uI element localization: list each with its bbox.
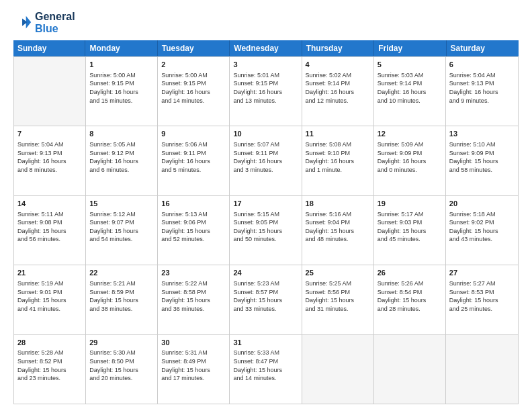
calendar-week: 1Sunrise: 5:00 AM Sunset: 9:15 PM Daylig… [14,56,518,126]
day-number: 18 [306,199,370,209]
day-number: 2 [161,60,226,70]
calendar-cell: 29Sunrise: 5:30 AM Sunset: 8:50 PM Dayli… [86,335,158,404]
cell-info: Sunrise: 5:00 AM Sunset: 9:15 PM Dayligh… [89,71,154,105]
day-number: 20 [449,199,515,209]
page: General Blue SundayMondayTuesdayWednesda… [0,0,532,411]
calendar-cell: 26Sunrise: 5:26 AM Sunset: 8:54 PM Dayli… [374,265,446,334]
cell-info: Sunrise: 5:02 AM Sunset: 9:14 PM Dayligh… [306,71,370,105]
day-number: 22 [89,268,154,278]
calendar-cell: 24Sunrise: 5:23 AM Sunset: 8:57 PM Dayli… [230,265,302,334]
logo-icon [13,13,32,32]
day-number: 10 [233,129,298,139]
day-number: 13 [449,129,515,139]
cell-info: Sunrise: 5:30 AM Sunset: 8:50 PM Dayligh… [89,349,154,382]
day-number: 11 [306,129,370,139]
day-number: 9 [161,129,226,139]
day-number: 26 [378,268,442,278]
day-number: 16 [161,199,226,209]
weekday-header: Monday [85,40,157,56]
weekday-header: Saturday [447,40,519,56]
weekday-header: Tuesday [158,40,230,56]
cell-info: Sunrise: 5:04 AM Sunset: 9:13 PM Dayligh… [449,71,515,105]
logo: General Blue [13,11,75,35]
day-number: 3 [233,60,298,70]
day-number: 8 [89,129,154,139]
calendar-cell: 1Sunrise: 5:00 AM Sunset: 9:15 PM Daylig… [86,57,158,126]
calendar-week: 14Sunrise: 5:11 AM Sunset: 9:08 PM Dayli… [14,195,518,265]
calendar-cell: 7Sunrise: 5:04 AM Sunset: 9:13 PM Daylig… [14,126,86,195]
calendar-cell [302,335,374,404]
calendar-cell: 19Sunrise: 5:17 AM Sunset: 9:03 PM Dayli… [374,196,446,265]
cell-info: Sunrise: 5:04 AM Sunset: 9:13 PM Dayligh… [17,140,82,174]
day-number: 31 [233,338,298,348]
calendar-cell: 15Sunrise: 5:12 AM Sunset: 9:07 PM Dayli… [86,196,158,265]
cell-info: Sunrise: 5:31 AM Sunset: 8:49 PM Dayligh… [161,349,226,382]
day-number: 25 [306,268,370,278]
calendar-cell [446,335,518,404]
calendar-cell: 18Sunrise: 5:16 AM Sunset: 9:04 PM Dayli… [302,196,374,265]
calendar-cell: 6Sunrise: 5:04 AM Sunset: 9:13 PM Daylig… [446,57,518,126]
calendar-cell: 16Sunrise: 5:13 AM Sunset: 9:06 PM Dayli… [158,196,230,265]
day-number: 19 [378,199,442,209]
day-number: 23 [161,268,226,278]
calendar-body: 1Sunrise: 5:00 AM Sunset: 9:15 PM Daylig… [13,56,519,404]
day-number: 12 [378,129,442,139]
cell-info: Sunrise: 5:26 AM Sunset: 8:54 PM Dayligh… [378,279,442,313]
cell-info: Sunrise: 5:22 AM Sunset: 8:58 PM Dayligh… [161,279,226,313]
cell-info: Sunrise: 5:08 AM Sunset: 9:10 PM Dayligh… [306,140,370,174]
day-number: 5 [378,60,442,70]
calendar-cell: 9Sunrise: 5:06 AM Sunset: 9:11 PM Daylig… [158,126,230,195]
calendar: SundayMondayTuesdayWednesdayThursdayFrid… [13,40,519,404]
cell-info: Sunrise: 5:18 AM Sunset: 9:02 PM Dayligh… [449,210,515,244]
cell-info: Sunrise: 5:28 AM Sunset: 8:52 PM Dayligh… [17,349,82,382]
day-number: 14 [17,199,82,209]
cell-info: Sunrise: 5:25 AM Sunset: 8:56 PM Dayligh… [306,279,370,313]
cell-info: Sunrise: 5:06 AM Sunset: 9:11 PM Dayligh… [161,140,226,174]
calendar-cell: 20Sunrise: 5:18 AM Sunset: 9:02 PM Dayli… [446,196,518,265]
calendar-cell: 22Sunrise: 5:21 AM Sunset: 8:59 PM Dayli… [86,265,158,334]
calendar-cell: 3Sunrise: 5:01 AM Sunset: 9:15 PM Daylig… [230,57,302,126]
day-number: 6 [449,60,515,70]
day-number: 17 [233,199,298,209]
calendar-cell: 27Sunrise: 5:27 AM Sunset: 8:53 PM Dayli… [446,265,518,334]
cell-info: Sunrise: 5:05 AM Sunset: 9:12 PM Dayligh… [89,140,154,174]
cell-info: Sunrise: 5:21 AM Sunset: 8:59 PM Dayligh… [89,279,154,313]
day-number: 28 [17,338,82,348]
calendar-cell: 31Sunrise: 5:33 AM Sunset: 8:47 PM Dayli… [230,335,302,404]
cell-info: Sunrise: 5:16 AM Sunset: 9:04 PM Dayligh… [306,210,370,244]
header: General Blue [13,11,519,35]
calendar-cell: 25Sunrise: 5:25 AM Sunset: 8:56 PM Dayli… [302,265,374,334]
cell-info: Sunrise: 5:15 AM Sunset: 9:05 PM Dayligh… [233,210,298,244]
calendar-week: 21Sunrise: 5:19 AM Sunset: 9:01 PM Dayli… [14,265,518,334]
cell-info: Sunrise: 5:11 AM Sunset: 9:08 PM Dayligh… [17,210,82,244]
day-number: 15 [89,199,154,209]
calendar-cell: 17Sunrise: 5:15 AM Sunset: 9:05 PM Dayli… [230,196,302,265]
weekday-header: Wednesday [230,40,302,56]
cell-info: Sunrise: 5:07 AM Sunset: 9:11 PM Dayligh… [233,140,298,174]
calendar-cell: 12Sunrise: 5:09 AM Sunset: 9:09 PM Dayli… [374,126,446,195]
cell-info: Sunrise: 5:00 AM Sunset: 9:15 PM Dayligh… [161,71,226,105]
day-number: 21 [17,268,82,278]
day-number: 7 [17,129,82,139]
day-number: 27 [449,268,515,278]
logo-text: General Blue [35,11,75,35]
weekday-header: Sunday [13,40,85,56]
calendar-cell: 13Sunrise: 5:10 AM Sunset: 9:09 PM Dayli… [446,126,518,195]
calendar-cell: 4Sunrise: 5:02 AM Sunset: 9:14 PM Daylig… [302,57,374,126]
cell-info: Sunrise: 5:27 AM Sunset: 8:53 PM Dayligh… [449,279,515,313]
calendar-cell: 30Sunrise: 5:31 AM Sunset: 8:49 PM Dayli… [158,335,230,404]
day-number: 29 [89,338,154,348]
day-number: 1 [89,60,154,70]
calendar-cell [14,57,86,126]
cell-info: Sunrise: 5:23 AM Sunset: 8:57 PM Dayligh… [233,279,298,313]
day-number: 30 [161,338,226,348]
calendar-cell: 2Sunrise: 5:00 AM Sunset: 9:15 PM Daylig… [158,57,230,126]
calendar-header: SundayMondayTuesdayWednesdayThursdayFrid… [13,40,519,56]
weekday-header: Friday [374,40,446,56]
weekday-header: Thursday [302,40,374,56]
calendar-cell: 5Sunrise: 5:03 AM Sunset: 9:14 PM Daylig… [374,57,446,126]
calendar-week: 7Sunrise: 5:04 AM Sunset: 9:13 PM Daylig… [14,126,518,195]
calendar-cell: 23Sunrise: 5:22 AM Sunset: 8:58 PM Dayli… [158,265,230,334]
cell-info: Sunrise: 5:09 AM Sunset: 9:09 PM Dayligh… [378,140,442,174]
calendar-cell: 10Sunrise: 5:07 AM Sunset: 9:11 PM Dayli… [230,126,302,195]
